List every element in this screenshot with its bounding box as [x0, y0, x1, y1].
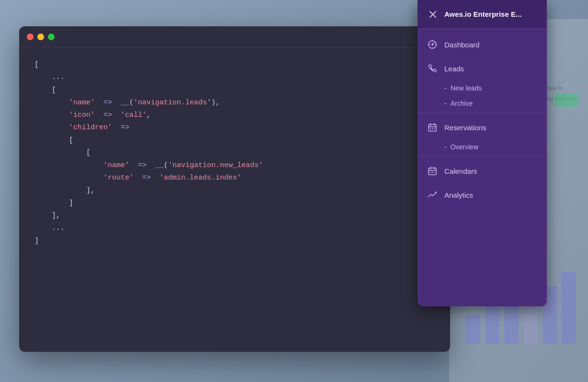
code-line-7: [: [34, 135, 435, 147]
sub-dash-new-leads: -: [444, 84, 447, 92]
sidebar-item-calendars[interactable]: Calendars: [418, 159, 547, 183]
dashboard-icon: [427, 39, 438, 50]
sidebar-item-label-leads: Leads: [444, 65, 464, 73]
sidebar-subitem-label-archive: Archive: [451, 100, 473, 107]
panel-header: Awes.io Enterprise E...: [418, 0, 547, 29]
svg-rect-5: [562, 272, 576, 344]
svg-rect-18: [432, 128, 433, 129]
code-line-5: 'icon' => 'call',: [34, 109, 435, 122]
minimize-button[interactable]: [37, 34, 44, 40]
code-line-13: ],: [34, 210, 435, 222]
code-titlebar: [19, 26, 450, 47]
code-line-11: ],: [34, 185, 435, 197]
svg-point-22: [430, 172, 431, 173]
nav-panel: Awes.io Enterprise E... Dashboard: [418, 0, 547, 306]
code-content: [ ... [ 'name' => __('navigation.leads')…: [19, 47, 450, 259]
code-line-4: 'name' => __('navigation.leads'),: [34, 97, 435, 109]
sidebar-item-analytics[interactable]: Analytics: [418, 183, 547, 207]
code-line-3: [: [34, 84, 435, 97]
sidebar-item-reservations[interactable]: Reservations: [418, 115, 547, 139]
sidebar-item-leads[interactable]: Leads: [418, 56, 547, 80]
code-line-10: 'route' => 'admin.leads.index': [34, 172, 435, 184]
maximize-button[interactable]: [48, 34, 55, 40]
sidebar-item-label-calendars: Calendars: [444, 167, 477, 175]
svg-point-23: [432, 172, 433, 173]
sidebar-item-label-analytics: Analytics: [444, 191, 473, 199]
bg-button-hint: [554, 93, 578, 107]
sidebar-subitem-label-new-leads: New leads: [451, 84, 482, 92]
nav-items-list: Dashboard Leads - New leads - Archive: [418, 29, 547, 306]
svg-line-14: [432, 43, 434, 45]
code-line-12: ]: [34, 197, 435, 210]
sidebar-subitem-label-overview: Overview: [451, 143, 478, 151]
sidebar-item-label-reservations: Reservations: [444, 124, 486, 132]
sidebar-subitem-overview[interactable]: - Overview: [418, 139, 547, 155]
svg-rect-20: [429, 168, 436, 175]
code-line-15: ]: [34, 235, 435, 247]
close-button[interactable]: [27, 34, 34, 40]
reservations-icon: [427, 122, 438, 133]
svg-rect-0: [466, 315, 480, 344]
code-line-1: [: [34, 59, 435, 71]
sidebar-subitem-new-leads[interactable]: - New leads: [418, 80, 547, 96]
svg-rect-3: [523, 301, 538, 344]
code-line-8: [: [34, 147, 435, 159]
divider-1: [418, 113, 547, 113]
svg-rect-19: [434, 128, 435, 129]
code-line-6: 'children' =>: [34, 122, 435, 134]
sidebar-item-label-dashboard: Dashboard: [444, 41, 479, 49]
svg-rect-17: [430, 128, 431, 129]
code-line-9: 'name' => __('navigation.new_leads': [34, 159, 435, 172]
code-window: [ ... [ 'name' => __('navigation.leads')…: [19, 26, 450, 352]
divider-2: [418, 157, 547, 157]
panel-close-button[interactable]: [427, 9, 439, 20]
sub-dash-archive: -: [444, 100, 447, 107]
svg-rect-15: [429, 124, 436, 131]
calendar-icon: [427, 166, 438, 176]
sidebar-item-dashboard[interactable]: Dashboard: [418, 33, 547, 56]
svg-point-24: [433, 172, 434, 173]
code-line-14: ...: [34, 222, 435, 235]
panel-title: Awes.io Enterprise E...: [444, 10, 537, 18]
sub-dash-overview: -: [444, 143, 447, 151]
code-line-2: ...: [34, 71, 435, 84]
sidebar-subitem-archive[interactable]: - Archive: [418, 96, 547, 111]
phone-icon: [427, 63, 438, 74]
analytics-icon: [427, 190, 438, 200]
